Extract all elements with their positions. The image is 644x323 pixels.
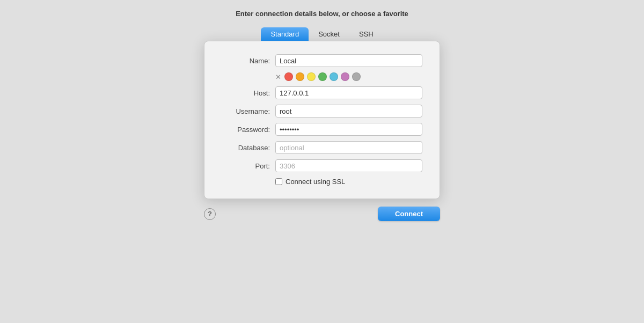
database-input[interactable] <box>275 141 422 154</box>
tab-ssh[interactable]: SSH <box>349 27 383 41</box>
port-input[interactable] <box>275 159 422 172</box>
color-dot-yellow[interactable] <box>307 72 316 81</box>
page-title: Enter connection details below, or choos… <box>236 10 408 18</box>
tab-bar: Standard Socket SSH <box>261 27 383 41</box>
password-input[interactable] <box>275 123 422 136</box>
color-dot-gray[interactable] <box>352 72 361 81</box>
name-label: Name: <box>222 57 270 65</box>
host-row: Host: <box>222 86 422 99</box>
port-label: Port: <box>222 162 270 170</box>
color-dot-purple[interactable] <box>341 72 349 81</box>
database-label: Database: <box>222 144 270 152</box>
username-label: Username: <box>222 107 270 115</box>
port-row: Port: <box>222 159 422 172</box>
password-row: Password: <box>222 123 422 136</box>
name-input[interactable] <box>275 54 422 67</box>
bottom-bar: ? Connect <box>204 207 440 221</box>
color-dot-blue[interactable] <box>330 72 338 81</box>
color-row: ✕ <box>275 72 422 81</box>
database-row: Database: <box>222 141 422 154</box>
dialog-box: Name: ✕ Host: Username: Password: <box>204 41 440 199</box>
tab-standard[interactable]: Standard <box>261 27 309 41</box>
name-row: Name: <box>222 54 422 67</box>
tab-socket[interactable]: Socket <box>309 27 349 41</box>
host-input[interactable] <box>275 86 422 99</box>
color-clear-icon[interactable]: ✕ <box>275 73 281 81</box>
connect-button[interactable]: Connect <box>378 207 440 221</box>
help-button[interactable]: ? <box>204 208 216 220</box>
ssl-checkbox[interactable] <box>275 178 282 185</box>
ssl-label[interactable]: Connect using SSL <box>286 178 345 186</box>
host-label: Host: <box>222 89 270 97</box>
username-row: Username: <box>222 105 422 118</box>
username-input[interactable] <box>275 105 422 118</box>
color-dot-orange[interactable] <box>296 72 304 81</box>
color-dot-green[interactable] <box>318 72 327 81</box>
password-label: Password: <box>222 126 270 134</box>
ssl-row: Connect using SSL <box>275 178 422 186</box>
color-dot-red[interactable] <box>284 72 293 81</box>
